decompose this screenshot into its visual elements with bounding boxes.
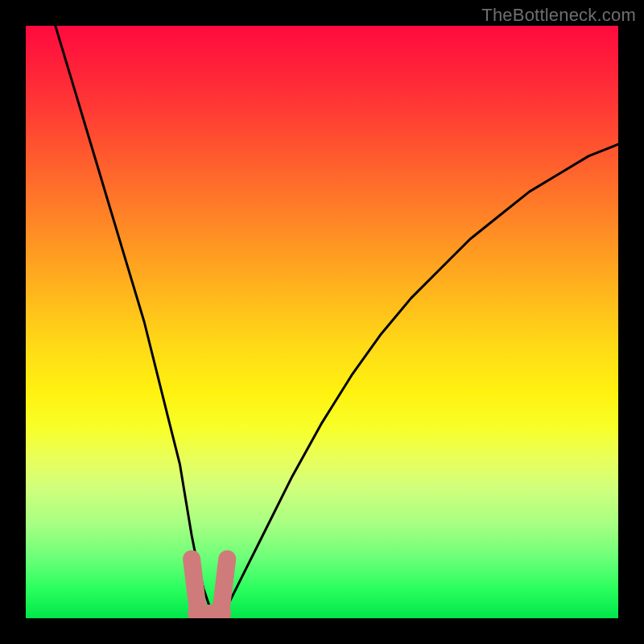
chart-svg xyxy=(26,26,618,618)
watermark-text: TheBottleneck.com xyxy=(481,5,636,26)
chart-frame: TheBottleneck.com xyxy=(0,0,644,644)
plot-area xyxy=(26,26,618,618)
optimal-marker-left xyxy=(192,559,198,612)
optimal-marker-right xyxy=(221,559,227,612)
bottleneck-curve xyxy=(56,26,618,613)
